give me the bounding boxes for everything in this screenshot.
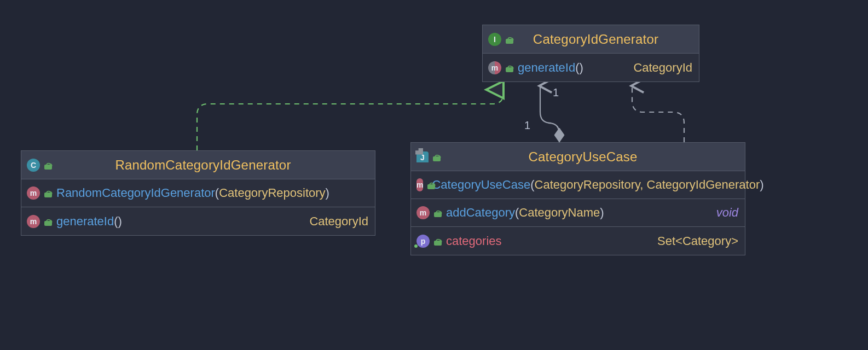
- lock-icon: [44, 217, 52, 226]
- multiplicity-bottom: 1: [524, 119, 530, 132]
- member-return: CategoryId: [309, 214, 368, 229]
- paren: ): [580, 61, 583, 75]
- edge-realization: [197, 90, 504, 150]
- member-row[interactable]: m CategoryUseCase ( CategoryRepository, …: [411, 171, 745, 199]
- class-box-usecase[interactable]: J CategoryUseCase m CategoryUseCase ( Ca…: [410, 142, 745, 255]
- class-icon: C: [27, 159, 40, 172]
- member-return: Set<Category>: [657, 234, 738, 248]
- edge-dependency: [632, 86, 684, 142]
- paren: (: [515, 206, 519, 220]
- member-return: CategoryId: [633, 61, 692, 75]
- method-icon: m: [416, 178, 423, 191]
- class-title: RandomCategoryIdGenerator: [60, 158, 346, 173]
- class-header[interactable]: I CategoryIdGenerator: [483, 25, 699, 54]
- lock-icon: [434, 237, 442, 246]
- lock-icon: [506, 63, 513, 72]
- class-header[interactable]: C RandomCategoryIdGenerator: [21, 151, 375, 179]
- paren: (: [575, 61, 579, 75]
- paren: ): [760, 178, 763, 192]
- member-row[interactable]: m generateId ( ) CategoryId: [483, 54, 699, 81]
- lock-icon: [44, 189, 52, 197]
- lock-icon: [44, 161, 52, 170]
- member-params: CategoryRepository: [219, 186, 325, 200]
- member-row[interactable]: m generateId ( ) CategoryId: [21, 207, 375, 235]
- member-name: RandomCategoryIdGenerator: [56, 186, 215, 200]
- paren: ): [600, 206, 604, 220]
- property-icon: p: [416, 235, 430, 248]
- member-name: generateId: [518, 61, 575, 75]
- uml-canvas: 1 1 I CategoryIdGenerator m generateId (…: [0, 0, 868, 350]
- multiplicity-top: 1: [553, 86, 559, 99]
- member-name: addCategory: [446, 206, 515, 220]
- member-name: categories: [446, 234, 502, 248]
- member-params: CategoryRepository, CategoryIdGenerator: [535, 178, 760, 192]
- paren: (: [114, 214, 118, 229]
- method-icon: m: [27, 215, 40, 228]
- paren: (: [530, 178, 534, 192]
- class-box-interface[interactable]: I CategoryIdGenerator m generateId ( ) C…: [482, 25, 699, 82]
- member-name: CategoryUseCase: [432, 178, 530, 192]
- method-icon: m: [27, 186, 40, 200]
- member-row[interactable]: m RandomCategoryIdGenerator ( CategoryRe…: [21, 179, 375, 207]
- class-box-random[interactable]: C RandomCategoryIdGenerator m RandomCate…: [21, 150, 375, 236]
- paren: ): [118, 214, 122, 229]
- class-title: CategoryUseCase: [449, 149, 716, 165]
- method-abstract-icon: m: [488, 61, 501, 74]
- aggregation-diamond: [554, 128, 564, 142]
- lock-icon: [506, 35, 513, 44]
- lock-icon: [434, 208, 442, 217]
- member-row[interactable]: p categories Set<Category>: [411, 227, 745, 255]
- paren: ): [326, 186, 329, 200]
- paren: (: [215, 186, 219, 200]
- member-return: void: [716, 206, 738, 220]
- java-file-icon: J: [416, 151, 429, 162]
- class-header[interactable]: J CategoryUseCase: [411, 143, 745, 171]
- class-title: CategoryIdGenerator: [521, 32, 670, 47]
- member-row[interactable]: m addCategory ( CategoryName ) void: [411, 199, 745, 227]
- member-params: CategoryName: [519, 206, 600, 220]
- interface-icon: I: [488, 33, 501, 46]
- lock-icon: [433, 153, 441, 161]
- method-icon: m: [416, 206, 430, 219]
- member-name: generateId: [56, 214, 114, 229]
